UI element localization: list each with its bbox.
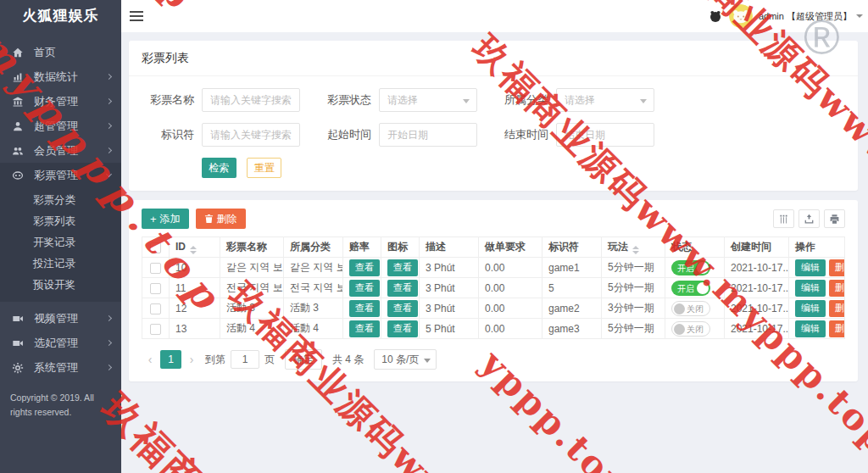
col-play[interactable]: 玩法 bbox=[602, 237, 665, 258]
select-caret-icon bbox=[640, 99, 647, 103]
sort-icon[interactable] bbox=[632, 246, 639, 254]
cell-tag: game3 bbox=[542, 319, 602, 339]
table-row: 10 같은 지역 보기 같은 지역 보기 查看 查看 3 Phút 0.00 g… bbox=[142, 258, 845, 278]
view-icon-button[interactable]: 查看 bbox=[387, 259, 418, 276]
add-button[interactable]: +添加 bbox=[142, 209, 189, 229]
sort-icon[interactable] bbox=[190, 246, 197, 254]
view-odds-button[interactable]: 查看 bbox=[349, 280, 380, 297]
users-icon bbox=[12, 144, 25, 157]
sidebar-subitem-lottery-category[interactable]: 彩票分类 bbox=[0, 190, 121, 211]
view-odds-button[interactable]: 查看 bbox=[349, 259, 380, 276]
sidebar-subitem-draw-records[interactable]: 开奖记录 bbox=[0, 232, 121, 253]
cell-play: 5分钟一期 bbox=[602, 278, 665, 298]
category-label: 所属分类 bbox=[496, 92, 548, 108]
sidebar-submenu: 彩票分类 彩票列表 开奖记录 投注记录 预设开奖 bbox=[0, 187, 121, 302]
row-checkbox[interactable] bbox=[150, 283, 161, 294]
view-icon-button[interactable]: 查看 bbox=[387, 320, 418, 337]
goto-prefix: 到第 bbox=[205, 353, 225, 367]
view-odds-button[interactable]: 查看 bbox=[349, 300, 380, 317]
cell-name: 活動 4 bbox=[220, 319, 284, 339]
row-delete-button[interactable]: 删除 bbox=[829, 300, 845, 317]
status-toggle[interactable]: 关闭 bbox=[671, 321, 710, 337]
sidebar-item-label: 超管管理 bbox=[34, 119, 107, 134]
status-toggle[interactable]: 开启 bbox=[671, 260, 710, 275]
sidebar-item-system[interactable]: 系统管理 bbox=[0, 355, 121, 380]
row-delete-button[interactable]: 删除 bbox=[829, 259, 845, 276]
status-toggle[interactable]: 关闭 bbox=[671, 301, 710, 316]
row-checkbox[interactable] bbox=[150, 303, 161, 314]
goto-page-input[interactable] bbox=[231, 350, 259, 369]
sidebar-subitem-lottery-list[interactable]: 彩票列表 bbox=[0, 211, 121, 232]
sidebar-item-home[interactable]: 首页 bbox=[0, 40, 121, 64]
prev-page-button[interactable]: ‹ bbox=[142, 350, 159, 369]
cell-id: 11 bbox=[170, 278, 220, 298]
view-icon-button[interactable]: 查看 bbox=[387, 280, 418, 297]
print-icon[interactable] bbox=[824, 209, 845, 228]
delete-button[interactable]: 删除 bbox=[196, 209, 246, 229]
search-button[interactable]: 检索 bbox=[202, 158, 236, 178]
cell-tag: game1 bbox=[542, 258, 602, 278]
sidebar-item-label: 选妃管理 bbox=[34, 336, 107, 351]
status-toggle[interactable]: 开启 bbox=[671, 281, 710, 296]
col-id[interactable]: ID bbox=[170, 237, 220, 258]
row-delete-button[interactable]: 删除 bbox=[829, 280, 845, 297]
current-user[interactable]: admin 【超级管理员】 bbox=[759, 10, 852, 23]
edit-button[interactable]: 编辑 bbox=[795, 280, 826, 297]
user-dropdown-caret-icon[interactable] bbox=[856, 14, 863, 18]
goto-confirm-button[interactable]: 确定 bbox=[285, 349, 322, 370]
sidebar-item-video[interactable]: 视频管理 bbox=[0, 306, 121, 331]
sidebar-subitem-bet-records[interactable]: 投注记录 bbox=[0, 253, 121, 275]
sidebar-item-superadmin[interactable]: 超管管理 bbox=[0, 114, 121, 138]
cell-name: 活動 3 bbox=[220, 298, 284, 319]
chevron-right-icon bbox=[106, 123, 112, 129]
menu-toggle-icon[interactable] bbox=[130, 9, 147, 23]
user-icon bbox=[12, 120, 25, 132]
tag-input[interactable] bbox=[202, 123, 300, 147]
sidebar-item-stats[interactable]: 数据统计 bbox=[0, 64, 121, 89]
export-icon[interactable] bbox=[798, 209, 820, 228]
github-icon[interactable] bbox=[709, 9, 722, 23]
sidebar-item-lottery[interactable]: 彩票管理 bbox=[0, 163, 121, 187]
table-row: 13 活動 4 活動 4 查看 查看 5 Phút 0.00 game3 5分钟… bbox=[142, 319, 845, 339]
next-page-button[interactable]: › bbox=[183, 350, 200, 369]
sidebar-item-members[interactable]: 会员管理 bbox=[0, 138, 121, 163]
category-select[interactable]: 请选择 bbox=[556, 88, 654, 112]
lottery-name-input[interactable] bbox=[202, 88, 300, 112]
edit-button[interactable]: 编辑 bbox=[795, 259, 826, 276]
sidebar-item-label: 首页 bbox=[34, 45, 111, 60]
end-date-input[interactable] bbox=[556, 123, 654, 147]
lottery-status-select[interactable]: 请选择 bbox=[379, 88, 477, 112]
avatar[interactable] bbox=[729, 4, 753, 28]
view-odds-button[interactable]: 查看 bbox=[349, 320, 380, 337]
video-icon bbox=[12, 312, 25, 325]
col-name: 彩票名称 bbox=[220, 237, 284, 258]
sidebar-item-label: 会员管理 bbox=[34, 143, 107, 159]
bank-icon bbox=[12, 95, 25, 108]
filter-columns-icon[interactable] bbox=[773, 209, 794, 228]
trash-icon bbox=[204, 214, 214, 224]
chart-icon bbox=[12, 70, 25, 83]
per-page-select[interactable]: 10 条/页 bbox=[374, 349, 437, 370]
main-content: 彩票列表 彩票名称 彩票状态 请选择 所属分类 请选择 标识符 bbox=[121, 32, 868, 473]
cell-desc: 3 Phút bbox=[420, 278, 479, 298]
total-count: 共 4 条 bbox=[332, 353, 364, 367]
row-checkbox[interactable] bbox=[150, 324, 161, 335]
sidebar-item-label: 数据统计 bbox=[34, 70, 107, 85]
cell-order-req: 0.00 bbox=[479, 278, 542, 298]
edit-button[interactable]: 编辑 bbox=[795, 320, 826, 337]
cell-category: 活動 3 bbox=[284, 298, 343, 319]
sidebar-item-finance[interactable]: 财务管理 bbox=[0, 89, 121, 114]
sidebar-item-xuanfei[interactable]: 选妃管理 bbox=[0, 331, 121, 355]
row-checkbox[interactable] bbox=[150, 263, 161, 274]
row-delete-button[interactable]: 删除 bbox=[829, 320, 845, 337]
view-icon-button[interactable]: 查看 bbox=[387, 300, 418, 317]
reset-button[interactable]: 重置 bbox=[247, 158, 281, 178]
sidebar-subitem-preset-draw[interactable]: 预设开奖 bbox=[0, 275, 121, 296]
cell-order-req: 0.00 bbox=[479, 258, 542, 278]
cell-order-req: 0.00 bbox=[479, 319, 542, 339]
sidebar-item-label: 视频管理 bbox=[34, 311, 107, 326]
edit-button[interactable]: 编辑 bbox=[795, 300, 826, 317]
start-date-input[interactable] bbox=[379, 123, 477, 147]
select-all-checkbox[interactable] bbox=[150, 242, 161, 253]
current-page[interactable]: 1 bbox=[160, 350, 181, 369]
